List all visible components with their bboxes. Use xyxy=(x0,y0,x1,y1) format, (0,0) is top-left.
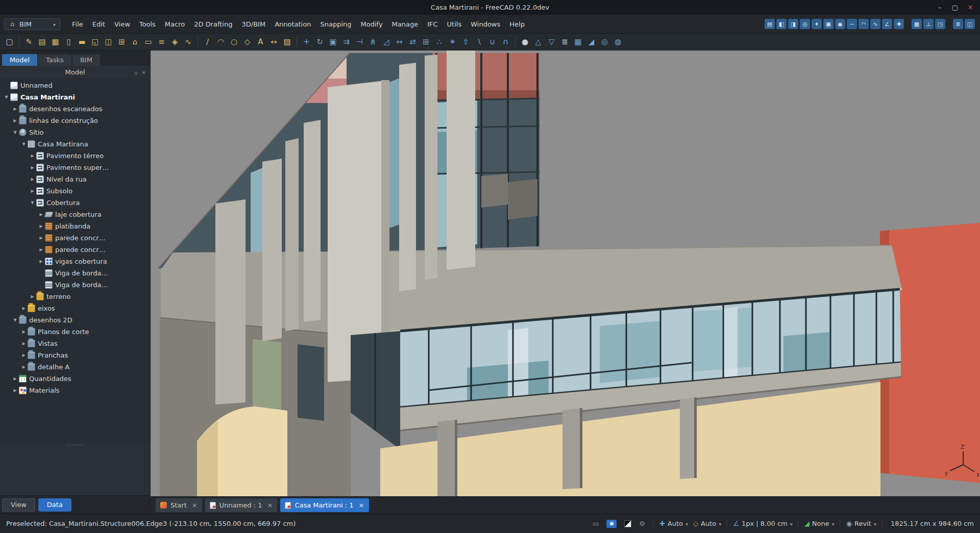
snap-endpoint-icon[interactable]: ▣ xyxy=(823,19,834,29)
circle-icon[interactable]: ○ xyxy=(228,36,240,48)
ifc-explorer-icon[interactable]: ◍ xyxy=(611,36,624,48)
menu-help[interactable]: Help xyxy=(505,18,529,31)
tree-item-pranchas[interactable]: ▶ Pranchas xyxy=(0,349,150,361)
toggle-grid-icon[interactable]: ▦ xyxy=(572,36,584,48)
move-icon[interactable]: + xyxy=(300,36,313,48)
tree-item-viga-de-borda-1[interactable]: Viga de borda… xyxy=(0,267,150,279)
curtain-wall-icon[interactable]: ▦ xyxy=(49,36,62,48)
menu-annotation[interactable]: Annotation xyxy=(270,18,315,31)
maximize-button[interactable]: ▢ xyxy=(947,0,963,15)
menu-file[interactable]: File xyxy=(67,18,88,31)
path-array-icon[interactable]: ∴ xyxy=(433,36,446,48)
data-button[interactable]: Data xyxy=(38,498,71,512)
menu-3d-bim[interactable]: 3D/BIM xyxy=(237,18,270,31)
expander-icon[interactable]: ▶ xyxy=(12,107,18,111)
tree-item-desenhos-2d[interactable]: ▼ desenhos 2D xyxy=(0,314,150,326)
menu-edit[interactable]: Edit xyxy=(88,18,110,31)
expander-icon[interactable]: ▶ xyxy=(12,376,18,381)
snap-dash-icon[interactable]: − xyxy=(847,19,857,29)
tree-item-planos-de-corte[interactable]: ▶ Planos de corte xyxy=(0,326,150,338)
working-plane-select[interactable]: ◇ Auto xyxy=(693,520,721,527)
polar-array-icon[interactable]: ✶ xyxy=(446,36,459,48)
tree-item-desenhos-escaneados[interactable]: ▶ desenhos escaneados xyxy=(0,103,150,115)
tree-item-unnamed[interactable]: Unnamed xyxy=(0,80,150,91)
beam-icon[interactable]: ▬ xyxy=(76,36,88,48)
tree-item-materials[interactable]: ▶ Materials xyxy=(0,385,150,396)
expander-icon[interactable]: ▶ xyxy=(29,177,36,182)
tree-item-nivel-da-rua[interactable]: ▶ Nível da rua xyxy=(0,173,150,185)
snap-grid-icon[interactable]: ▦ xyxy=(912,19,922,29)
roof-icon[interactable]: ⌂ xyxy=(129,36,141,48)
panel-right-icon[interactable]: ◨ xyxy=(788,19,798,29)
tree-item-pavimento-superior[interactable]: ▶ Pavimento super… xyxy=(0,162,150,173)
viewport-size-label[interactable]: 1825.17 cm x 984.60 cm xyxy=(881,520,974,527)
expander-icon[interactable]: ▶ xyxy=(29,189,36,193)
view-button[interactable]: View xyxy=(2,498,35,512)
stereo-view-icon[interactable]: ▣ xyxy=(606,520,619,528)
tree-item-cobertura[interactable]: ▼ Cobertura xyxy=(0,197,150,209)
menu-2d-drafting[interactable]: 2D Drafting xyxy=(189,18,237,31)
tree-item-pavimento-terreo[interactable]: ▶ Pavimento térreo xyxy=(0,150,150,162)
layers-icon[interactable]: ≣ xyxy=(953,19,963,29)
wall-icon[interactable]: ▤ xyxy=(36,36,48,48)
panel-icon[interactable]: ▭ xyxy=(142,36,155,48)
tab-casa-martirani-1[interactable]: Casa Martirani : 1 xyxy=(280,498,369,512)
dimension-icon[interactable]: ↔ xyxy=(267,36,280,48)
snap-arc-icon[interactable]: ◠ xyxy=(859,19,869,29)
expander-icon[interactable]: ▶ xyxy=(20,341,27,346)
expander-icon[interactable]: ▶ xyxy=(20,353,27,358)
tree-item-vistas[interactable]: ▶ Vistas xyxy=(0,338,150,349)
render-mode-icon[interactable]: ▭ xyxy=(593,520,601,527)
tree-item-laje-cobertura[interactable]: ▶ laje cobertura xyxy=(0,209,150,220)
tab-unnamed-1[interactable]: Unnamed : 1 xyxy=(205,498,278,512)
frame-icon[interactable]: ◈ xyxy=(168,36,181,48)
tree-item-linhas-de-construcao[interactable]: ▶ linhas de construção xyxy=(0,115,150,126)
tree-item-parede-concr-2[interactable]: ▶ parede concr… xyxy=(0,244,150,256)
column-icon[interactable]: ▯ xyxy=(62,36,75,48)
expander-icon[interactable]: ▶ xyxy=(29,294,36,299)
downgrade-icon[interactable]: ▽ xyxy=(545,36,558,48)
new-document-icon[interactable]: ▢ xyxy=(3,36,16,48)
tree-item-detalhe-a[interactable]: ▶ detalhe A xyxy=(0,361,150,373)
minimize-button[interactable]: – xyxy=(932,0,947,15)
close-tab-icon[interactable] xyxy=(192,502,198,509)
close-tab-icon[interactable] xyxy=(267,502,273,509)
menu-modify[interactable]: Modify xyxy=(356,18,387,31)
menu-utils[interactable]: Utils xyxy=(443,18,467,31)
slab-icon[interactable]: ◱ xyxy=(89,36,102,48)
menu-tools[interactable]: Tools xyxy=(135,18,160,31)
snap-ortho-icon[interactable]: ⊥ xyxy=(923,19,934,29)
expander-icon[interactable]: ▼ xyxy=(3,95,10,99)
settings-gear-icon[interactable]: ⚙ xyxy=(639,520,648,527)
sketch-icon[interactable]: ✎ xyxy=(22,36,35,48)
close-panel-icon[interactable]: ✕ xyxy=(142,68,146,76)
copy-icon[interactable]: ▣ xyxy=(327,36,339,48)
expander-icon[interactable]: ▼ xyxy=(12,130,18,135)
tree-item-casa-martirana[interactable]: ▼ Casa Martirana xyxy=(0,138,150,150)
difference-icon[interactable]: ∩ xyxy=(499,36,512,48)
tree-item-quantidades[interactable]: ▶ Quantidades xyxy=(0,373,150,385)
navigation-style-select[interactable]: ◉ Revit xyxy=(840,520,876,527)
panel-left-icon[interactable]: ◧ xyxy=(776,19,787,29)
rebar-icon[interactable]: ∿ xyxy=(182,36,194,48)
arc-icon[interactable]: ◠ xyxy=(214,36,227,48)
snap-curve-icon[interactable]: ∿ xyxy=(870,19,880,29)
workbench-selector[interactable]: ⌂ BIM xyxy=(4,18,60,30)
polygon-icon[interactable]: ◇ xyxy=(241,36,254,48)
expander-icon[interactable]: ▶ xyxy=(29,165,36,170)
tree-item-terreno[interactable]: ▶ terreno xyxy=(0,291,150,302)
text-icon[interactable]: A xyxy=(254,36,267,48)
stretch-icon[interactable]: ↔ xyxy=(393,36,406,48)
working-plane-icon[interactable]: ◳ xyxy=(935,19,945,29)
expander-icon[interactable]: ▶ xyxy=(29,154,36,158)
tab-start[interactable]: Start xyxy=(156,498,202,512)
snap-toggle-icon[interactable]: ✦ xyxy=(812,19,822,29)
extrude-icon[interactable]: ⇧ xyxy=(459,36,472,48)
tree-item-vigas-cobertura[interactable]: ▶ vigas cobertura xyxy=(0,256,150,267)
views-manager-icon[interactable]: ▤ xyxy=(765,19,775,29)
contrast-toggle-icon[interactable] xyxy=(624,520,634,527)
tree-item-parede-concr-1[interactable]: ▶ parede concr… xyxy=(0,232,150,244)
expander-icon[interactable]: ▶ xyxy=(38,224,44,229)
expander-icon[interactable]: ▶ xyxy=(12,118,18,123)
snap-angle-icon[interactable]: ∠ xyxy=(882,19,892,29)
